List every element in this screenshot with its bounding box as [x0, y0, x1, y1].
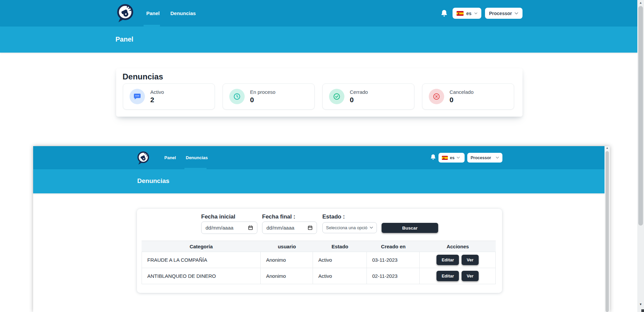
spain-flag-icon: [457, 11, 464, 16]
language-dropdown[interactable]: es: [438, 153, 465, 163]
stat-value: 0: [450, 96, 474, 104]
date-placeholder: dd/mm/aaaa: [266, 225, 294, 231]
notifications-bell-icon[interactable]: [440, 9, 448, 19]
chevron-down-icon: [474, 12, 477, 15]
editar-button[interactable]: Editar: [436, 271, 459, 281]
spain-flag-icon: [442, 156, 448, 160]
language-code: es: [450, 155, 455, 160]
column-header-usuario: usuario: [261, 244, 313, 249]
stats-panel: Denuncias Activo 2: [116, 68, 522, 117]
column-header-estado: Estado: [313, 244, 367, 249]
main-scrollbar[interactable]: ▲ ▼: [637, 0, 644, 312]
profile-dropdown[interactable]: Processor: [467, 153, 502, 163]
app-screen: Panel Denuncias es Processor Panel: [0, 0, 644, 312]
nav-link-denuncias[interactable]: Denuncias: [186, 146, 208, 169]
buscar-button[interactable]: Buscar: [382, 223, 438, 233]
notifications-bell-icon[interactable]: [430, 154, 436, 162]
nav-link-panel[interactable]: Panel: [164, 146, 176, 169]
scroll-down-button[interactable]: ▼: [637, 303, 644, 306]
nav-link-denuncias[interactable]: Denuncias: [170, 0, 196, 26]
stat-label: En proceso: [250, 89, 275, 95]
calendar-icon[interactable]: [248, 225, 253, 230]
fecha-inicial-input[interactable]: dd/mm/aaaa: [201, 222, 257, 234]
profile-name: Processor: [471, 155, 491, 160]
date-placeholder: dd/mm/aaaa: [206, 225, 233, 231]
column-header-creado-en: Creado en: [367, 244, 420, 249]
embedded-app-view: Panel Denuncias es Processor: [33, 146, 610, 312]
profile-name: Processor: [489, 11, 512, 16]
brand-logo[interactable]: [115, 3, 135, 23]
cell-creado-en: 02-11-2023: [367, 268, 420, 284]
stat-label: Activo: [150, 89, 164, 95]
fecha-inicial-label: Fecha inicial: [201, 213, 235, 220]
scroll-up-button[interactable]: ▲: [637, 1, 644, 4]
ver-button[interactable]: Ver: [462, 271, 478, 281]
table-header-row: Categoría usuario Estado Creado en Accio…: [142, 241, 496, 252]
stat-label: Cerrado: [350, 89, 368, 95]
language-code: es: [466, 11, 472, 16]
language-dropdown[interactable]: es: [453, 8, 481, 19]
brand-logo[interactable]: [136, 151, 150, 166]
chevron-down-icon: [514, 12, 518, 15]
stat-label: Cancelado: [450, 89, 474, 95]
denuncias-card: Fecha inicial Fecha final : Estado : dd/…: [137, 209, 502, 293]
nav-link-panel[interactable]: Panel: [146, 0, 160, 26]
estado-select[interactable]: Selecciona una opció: [322, 222, 377, 233]
cell-estado: Activo: [313, 268, 367, 284]
x-circle-icon: [429, 89, 444, 104]
cell-categoria: FRAUDE A LA COMPAÑÍA: [142, 252, 261, 268]
stat-card-en-proceso: En proceso 0: [223, 83, 315, 110]
calendar-icon[interactable]: [308, 225, 313, 230]
scrollbar-thumb[interactable]: [606, 151, 609, 312]
column-header-acciones: Acciones: [420, 244, 496, 249]
clock-icon: [229, 89, 245, 104]
embedded-navbar: Panel Denuncias es Processor: [33, 146, 605, 169]
cell-estado: Activo: [313, 252, 367, 268]
chevron-down-icon: [496, 157, 499, 159]
check-circle-icon: [329, 89, 344, 104]
scrollbar-thumb[interactable]: [638, 6, 643, 226]
table-row: ANTIBLANQUEO DE DINERO Anonimo Activo 02…: [142, 268, 496, 284]
page-header-band: Panel: [0, 26, 637, 53]
chevron-down-icon: [457, 157, 460, 159]
cell-usuario: Anonimo: [261, 252, 313, 268]
stat-card-cancelado: Cancelado 0: [422, 83, 514, 110]
ver-button[interactable]: Ver: [462, 255, 478, 265]
cell-categoria: ANTIBLANQUEO DE DINERO: [142, 268, 261, 284]
resize-corner: [641, 309, 644, 312]
whistle-speech-bubble-icon: [115, 3, 135, 23]
stats-title: Denuncias: [123, 72, 163, 81]
cell-acciones: Editar Ver: [420, 268, 496, 284]
cell-acciones: Editar Ver: [420, 252, 496, 268]
profile-dropdown[interactable]: Processor: [485, 8, 522, 19]
denuncias-table: Categoría usuario Estado Creado en Accio…: [142, 241, 496, 284]
cell-usuario: Anonimo: [261, 268, 313, 284]
select-placeholder: Selecciona una opció: [326, 225, 368, 230]
stat-value: 0: [350, 96, 368, 104]
estado-label: Estado :: [322, 213, 345, 220]
scroll-up-button[interactable]: ▲: [605, 146, 610, 149]
page-header-band: Denuncias: [33, 169, 605, 193]
stat-value: 0: [250, 96, 275, 104]
editar-button[interactable]: Editar: [436, 255, 459, 265]
fecha-final-label: Fecha final :: [262, 213, 295, 220]
table-row: FRAUDE A LA COMPAÑÍA Anonimo Activo 03-1…: [142, 252, 496, 268]
top-navbar: Panel Denuncias es Processor: [0, 0, 637, 26]
page-title: Denuncias: [137, 177, 169, 185]
fecha-final-input[interactable]: dd/mm/aaaa: [262, 222, 317, 234]
cell-creado-en: 03-11-2023: [367, 252, 420, 268]
stat-card-activo: Activo 2: [123, 83, 215, 110]
page-title: Panel: [115, 36, 133, 43]
whistle-speech-bubble-icon: [136, 151, 150, 166]
column-header-categoria: Categoría: [142, 244, 261, 249]
embedded-scrollbar[interactable]: ▲: [605, 146, 610, 312]
chat-bubble-icon: [130, 89, 145, 104]
chevron-down-icon: [370, 227, 373, 229]
stat-value: 2: [150, 96, 164, 104]
stat-cards: Activo 2 En proceso 0: [123, 83, 514, 110]
stat-card-cerrado: Cerrado 0: [322, 83, 414, 110]
